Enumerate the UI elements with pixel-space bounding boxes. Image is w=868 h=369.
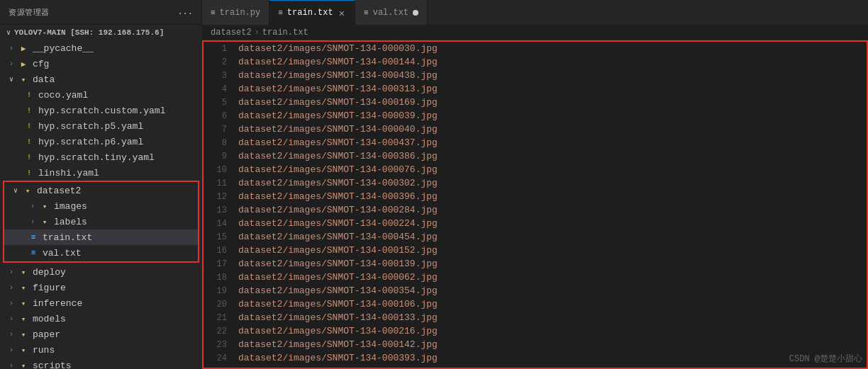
line-content: dataset2/images/SNMOT-134-000386.jpg	[235, 151, 438, 161]
sidebar-item-figure[interactable]: › ▾ figure	[0, 280, 202, 295]
data-label: data	[33, 74, 55, 85]
yaml-icon-hyp-custom: !	[23, 106, 35, 115]
table-row: 20dataset2/images/SNMOT-134-000106.jpg	[204, 297, 867, 311]
images-label: images	[54, 201, 87, 212]
table-row: 12dataset2/images/SNMOT-134-000396.jpg	[204, 190, 867, 203]
line-number: 20	[204, 300, 235, 310]
tab-val-txt[interactable]: ≡ val.txt	[355, 0, 428, 25]
tab-label-train-py: train.py	[220, 8, 261, 18]
tab-label-val-txt: val.txt	[373, 8, 408, 18]
sidebar-item-models[interactable]: › ▾ models	[0, 311, 202, 327]
tab-train-py[interactable]: ≡ train.py	[202, 0, 269, 25]
sidebar-item-runs[interactable]: › ▾ runs	[0, 342, 202, 358]
folder-icon-models: ▾	[17, 314, 30, 324]
arrow-runs: ›	[6, 346, 17, 354]
deploy-label: deploy	[33, 267, 66, 278]
arrow-project-root: ∨	[3, 28, 14, 37]
sidebar-item-deploy[interactable]: › ▾ deploy	[0, 264, 202, 280]
line-number: 3	[204, 71, 235, 81]
line-content: dataset2/images/SNMOT-134-000454.jpg	[235, 232, 438, 242]
line-number: 8	[204, 138, 235, 148]
paper-label: paper	[33, 329, 60, 340]
line-content: dataset2/images/SNMOT-134-000133.jpg	[235, 312, 438, 323]
sidebar-item-dataset2[interactable]: ∨ ▾ dataset2	[4, 183, 198, 198]
line-number: 18	[204, 273, 235, 283]
line-content: dataset2/images/SNMOT-134-000284.jpg	[235, 205, 438, 215]
line-content: dataset2/images/SNMOT-134-000152.jpg	[235, 245, 438, 256]
arrow-models: ›	[6, 315, 17, 323]
arrow-images: ›	[27, 203, 38, 210]
table-row: 18dataset2/images/SNMOT-134-000062.jpg	[204, 271, 867, 284]
hyp-tiny-label: hyp.scratch.tiny.yaml	[38, 152, 155, 163]
sidebar-item-linshi[interactable]: ! linshi.yaml	[0, 165, 202, 181]
sidebar-item-hyp-tiny[interactable]: ! hyp.scratch.tiny.yaml	[0, 149, 202, 165]
line-number: 24	[204, 353, 235, 363]
scripts-label: scripts	[33, 361, 72, 370]
sidebar-item-project-root[interactable]: ∨ YOLOV7-MAIN [SSH: 192.168.175.6]	[0, 25, 202, 40]
sidebar-item-train-txt[interactable]: ≡ train.txt	[4, 229, 198, 245]
arrow-deploy: ›	[6, 268, 17, 276]
tab-close-train-txt[interactable]: ✕	[338, 7, 346, 19]
line-number: 7	[204, 125, 235, 135]
tab-icon-train-py: ≡	[211, 8, 216, 17]
tabs-bar: ≡ train.py ≡ train.txt ✕ ≡ val.txt	[202, 0, 868, 25]
figure-label: figure	[33, 283, 66, 293]
labels-label: labels	[54, 217, 87, 227]
breadcrumb-dataset2: dataset2	[211, 28, 252, 38]
tab-dot-val-txt	[413, 10, 418, 16]
arrow-labels: ›	[27, 218, 38, 226]
line-content: dataset2/images/SNMOT-134-000224.jpg	[235, 218, 438, 229]
sidebar-item-cfg[interactable]: › ▶ cfg	[0, 56, 202, 72]
sidebar-item-hyp-custom[interactable]: ! hyp.scratch.custom.yaml	[0, 103, 202, 118]
sidebar-item-hyp-p5[interactable]: ! hyp.scratch.p5.yaml	[0, 118, 202, 134]
line-content: dataset2/images/SNMOT-134-000030.jpg	[235, 43, 438, 54]
project-root-label: YOLOV7-MAIN [SSH: 192.168.175.6]	[14, 28, 164, 37]
line-number: 14	[204, 219, 235, 229]
folder-icon-data: ▾	[17, 75, 30, 84]
sidebar-item-paper[interactable]: › ▾ paper	[0, 327, 202, 342]
table-row: 9dataset2/images/SNMOT-134-000386.jpg	[204, 149, 867, 163]
line-number: 12	[204, 192, 235, 202]
val-txt-label: val.txt	[43, 248, 82, 259]
sidebar-item-images[interactable]: › ▾ images	[4, 198, 198, 214]
table-row: 16dataset2/images/SNMOT-134-000152.jpg	[204, 244, 867, 257]
sidebar-item-pycache[interactable]: › ▶ __pycache__	[0, 40, 202, 56]
line-content: dataset2/images/SNMOT-134-000039.jpg	[235, 110, 438, 121]
sidebar-item-labels[interactable]: › ▾ labels	[4, 214, 198, 229]
sidebar-item-hyp-p6[interactable]: ! hyp.scratch.p6.yaml	[0, 134, 202, 149]
runs-label: runs	[33, 345, 55, 356]
sidebar: ∨ YOLOV7-MAIN [SSH: 192.168.175.6] › ▶ _…	[0, 25, 202, 369]
line-content: dataset2/images/SNMOT-134-000062.jpg	[235, 272, 438, 283]
table-row: 4dataset2/images/SNMOT-134-000313.jpg	[204, 82, 867, 96]
table-row: 15dataset2/images/SNMOT-134-000454.jpg	[204, 230, 867, 244]
sidebar-item-inference[interactable]: › ▾ inference	[0, 295, 202, 311]
hyp-custom-label: hyp.scratch.custom.yaml	[38, 106, 165, 116]
dataset2-box: ∨ ▾ dataset2 › ▾ images › ▾ labels ≡ tra…	[3, 181, 199, 263]
txt-icon-val: ≡	[27, 249, 40, 257]
line-number: 23	[204, 340, 235, 350]
sidebar-item-data[interactable]: ∨ ▾ data	[0, 72, 202, 87]
tab-icon-train-txt: ≡	[278, 8, 283, 17]
sidebar-item-val-txt[interactable]: ≡ val.txt	[4, 245, 198, 261]
table-row: 2dataset2/images/SNMOT-134-000144.jpg	[204, 55, 867, 69]
folder-icon-scripts: ▾	[17, 361, 30, 370]
tab-train-txt[interactable]: ≡ train.txt ✕	[269, 0, 355, 25]
line-number: 2	[204, 57, 235, 67]
yaml-icon-linshi: !	[23, 169, 35, 177]
breadcrumb-train-txt: train.txt	[262, 28, 308, 38]
sidebar-ellipsis[interactable]: ...	[177, 7, 193, 17]
line-number: 1	[204, 44, 235, 54]
inference-label: inference	[33, 298, 82, 309]
table-row: 5dataset2/images/SNMOT-134-000169.jpg	[204, 96, 867, 109]
linshi-label: linshi.yaml	[38, 168, 99, 178]
sidebar-item-coco-yaml[interactable]: ! coco.yaml	[0, 87, 202, 103]
table-row: 23dataset2/images/SNMOT-134-000142.jpg	[204, 338, 867, 351]
arrow-pycache: ›	[6, 45, 17, 52]
yaml-icon-coco: !	[23, 91, 35, 99]
table-row: 21dataset2/images/SNMOT-134-000133.jpg	[204, 311, 867, 324]
sidebar-item-scripts[interactable]: › ▾ scripts	[0, 358, 202, 369]
editor-content[interactable]: 1dataset2/images/SNMOT-134-000030.jpg2da…	[202, 40, 868, 369]
sidebar-title-label: 资源管理器	[9, 7, 50, 18]
table-row: 14dataset2/images/SNMOT-134-000224.jpg	[204, 217, 867, 230]
coco-yaml-label: coco.yaml	[38, 90, 88, 101]
